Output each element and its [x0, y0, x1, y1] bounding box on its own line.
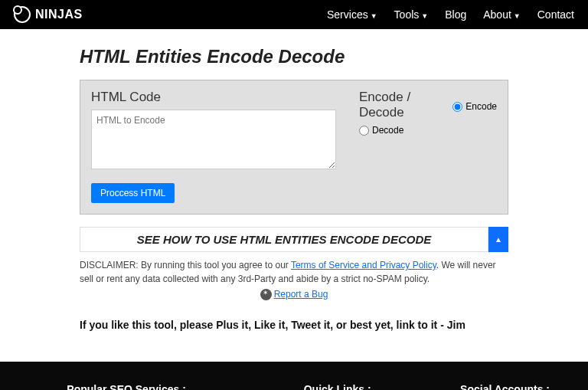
decode-radio[interactable] — [359, 126, 369, 136]
decode-option[interactable]: Decode — [359, 125, 497, 136]
mode-label: Encode / Decode — [359, 90, 449, 120]
footer-title-services: Popular SEO Services : — [11, 383, 242, 390]
nav-menu: Services▼ Tools▼ Blog About▼ Contact — [327, 8, 574, 21]
chevron-up-icon: ▲ — [495, 235, 502, 244]
nav-contact[interactable]: Contact — [537, 8, 574, 21]
mode-column: Encode / Decode Encode Decode — [359, 90, 497, 203]
bug-icon — [260, 289, 272, 300]
input-column: HTML Code Proccess HTML — [91, 90, 336, 203]
brand-text: NINJAS — [35, 8, 83, 21]
process-button[interactable]: Proccess HTML — [91, 183, 175, 203]
report-bug-link[interactable]: Report a Bug — [274, 289, 328, 300]
encode-option[interactable]: Encode — [452, 101, 497, 112]
brand-logo[interactable]: NINJAS — [14, 6, 83, 23]
nav-about[interactable]: About▼ — [483, 8, 521, 21]
chevron-down-icon: ▼ — [421, 12, 428, 20]
footer-col-social: Social Accounts : fLike Us On Facebook 🐦… — [433, 383, 577, 390]
footer-title-quicklinks: Quick Links : — [265, 383, 410, 390]
bug-row: Report a Bug — [80, 289, 508, 300]
ninja-icon — [14, 6, 31, 23]
see-how-banner[interactable]: SEE HOW TO USE HTML ENTITIES ENCODE DECO… — [80, 227, 488, 252]
main-container: HTML Entities Encode Decode HTML Code Pr… — [80, 29, 508, 362]
see-how-row: SEE HOW TO USE HTML ENTITIES ENCODE DECO… — [80, 227, 508, 252]
chevron-down-icon: ▼ — [514, 12, 521, 20]
top-nav: NINJAS Services▼ Tools▼ Blog About▼ Cont… — [0, 0, 588, 29]
share-text: If you like this tool, please Plus it, L… — [80, 319, 508, 331]
disclaimer-text: DISCLAIMER: By running this tool you agr… — [80, 258, 508, 286]
footer-col-quicklinks: Quick Links : Home About Ninjas Ninja Le… — [265, 383, 410, 390]
footer-title-social: Social Accounts : — [433, 383, 577, 390]
page-title: HTML Entities Encode Decode — [80, 46, 508, 67]
collapse-toggle[interactable]: ▲ — [488, 227, 508, 252]
html-input[interactable] — [91, 110, 336, 169]
nav-blog[interactable]: Blog — [445, 8, 466, 21]
encode-radio[interactable] — [452, 102, 462, 112]
tos-link[interactable]: Terms of Service and Privacy Policy — [291, 260, 436, 270]
chevron-down-icon: ▼ — [371, 12, 377, 20]
nav-services[interactable]: Services▼ — [327, 8, 377, 21]
footer-col-services: Popular SEO Services : Link Building Ser… — [11, 383, 242, 390]
tool-panel: HTML Code Proccess HTML Encode / Decode … — [80, 80, 508, 215]
footer: Popular SEO Services : Link Building Ser… — [0, 362, 588, 390]
nav-tools[interactable]: Tools▼ — [394, 8, 429, 21]
code-label: HTML Code — [91, 90, 336, 105]
